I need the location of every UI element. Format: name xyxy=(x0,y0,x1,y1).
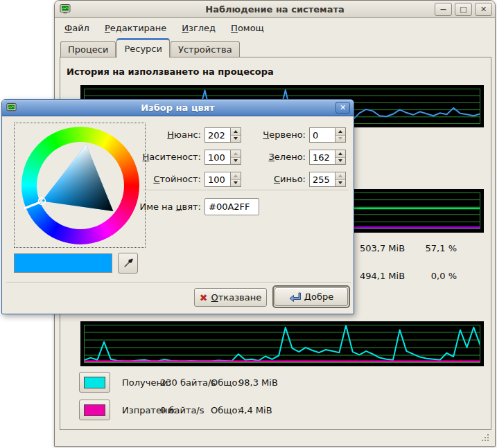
green-down-arrow[interactable] xyxy=(335,158,345,165)
received-total-label: Общо: xyxy=(211,377,241,388)
saturation-down-arrow[interactable] xyxy=(231,158,241,165)
red-label: Червено: xyxy=(252,129,306,140)
tab-processes[interactable]: Процеси xyxy=(60,41,116,57)
ok-button-focus-ring: Добре xyxy=(272,285,350,308)
green-spinbox xyxy=(309,150,346,165)
sent-color-button[interactable] xyxy=(79,400,110,420)
swap-percent: 0,0 % xyxy=(401,271,457,281)
memory-percent: 57,1 % xyxy=(401,243,457,253)
maximize-button[interactable]: □ xyxy=(455,3,472,16)
dialog-close-button[interactable]: ✕ xyxy=(335,102,350,114)
saturation-spinbox xyxy=(204,150,241,165)
button-separator xyxy=(6,282,351,283)
swap-amount: 494,1 MiB xyxy=(360,271,405,281)
sent-rate: 0 байта/s xyxy=(160,405,204,415)
hsv-triangle[interactable] xyxy=(15,123,146,248)
ok-return-arrow-icon xyxy=(289,292,301,302)
red-spinbox xyxy=(309,127,346,143)
hue-input[interactable] xyxy=(204,127,230,143)
dialog-titlebar[interactable]: Избор на цвят ✕ xyxy=(2,100,354,116)
green-label: Зелено: xyxy=(252,152,306,162)
menu-file[interactable]: Файл xyxy=(59,21,95,35)
main-titlebar[interactable]: Наблюдение на системата — □ ✕ xyxy=(55,1,495,18)
received-total: 98,3 MiB xyxy=(238,377,278,388)
menu-help[interactable]: Помощ xyxy=(225,21,270,35)
dialog-icon xyxy=(6,102,17,113)
color-name-label: Име на цвят: xyxy=(127,201,201,212)
hue-spinbox xyxy=(204,127,241,143)
fields-separator xyxy=(143,190,349,191)
sent-total: 4,4 MiB xyxy=(238,405,272,415)
received-rate: 230 байта/s xyxy=(160,377,216,388)
value-input[interactable] xyxy=(204,172,230,187)
blue-down-arrow[interactable] xyxy=(335,180,345,187)
value-up-arrow[interactable] xyxy=(231,172,241,180)
network-history-plot xyxy=(84,325,480,363)
blue-input[interactable] xyxy=(309,172,335,187)
tab-resources[interactable]: Ресурси xyxy=(116,38,170,57)
hue-up-arrow[interactable] xyxy=(231,128,241,136)
received-color-swatch xyxy=(84,377,105,388)
dialog-title: Избор на цвят xyxy=(2,102,354,113)
network-history-chart xyxy=(80,321,484,366)
tab-devices[interactable]: Устройства xyxy=(171,41,240,57)
dialog-close-icon: ✕ xyxy=(340,103,346,112)
blue-up-arrow[interactable] xyxy=(335,172,345,180)
cancel-button[interactable]: ✖ Отказване xyxy=(194,288,267,307)
hue-down-arrow[interactable] xyxy=(231,136,241,143)
saturation-label: Наситеност: xyxy=(141,152,201,162)
tab-bar: Процеси Ресурси Устройства xyxy=(60,39,241,57)
window-title: Наблюдение на системата xyxy=(55,4,495,15)
hue-label: Нюанс: xyxy=(141,129,201,140)
system-monitor-icon xyxy=(60,3,71,15)
saturation-input[interactable] xyxy=(204,150,230,165)
hue-marker[interactable] xyxy=(24,202,40,208)
cpu-history-heading: История на използването на процесора xyxy=(67,66,274,77)
color-picker-dialog: Избор на цвят ✕ xyxy=(1,99,354,314)
red-up-arrow[interactable] xyxy=(335,128,345,136)
maximize-icon: □ xyxy=(460,6,467,13)
green-input[interactable] xyxy=(309,150,335,165)
red-input[interactable] xyxy=(309,127,335,143)
cancel-icon: ✖ xyxy=(200,293,208,303)
eyedropper-icon xyxy=(123,258,134,269)
ok-button[interactable]: Добре xyxy=(274,287,348,306)
red-down-arrow[interactable] xyxy=(335,136,345,143)
current-color-swatch xyxy=(14,253,112,273)
blue-label: Синьо: xyxy=(252,174,306,184)
menu-edit[interactable]: Редактиране xyxy=(99,21,172,35)
blue-spinbox xyxy=(309,172,346,187)
value-down-arrow[interactable] xyxy=(231,180,241,187)
color-name-input[interactable] xyxy=(204,198,259,215)
green-up-arrow[interactable] xyxy=(335,150,345,158)
saturation-up-arrow[interactable] xyxy=(231,150,241,158)
received-color-button[interactable] xyxy=(79,372,110,393)
value-label: Стойност: xyxy=(141,174,201,184)
eyedropper-button[interactable] xyxy=(118,253,138,274)
memory-amount: 503,7 MiB xyxy=(360,243,405,253)
color-wheel-area xyxy=(14,123,146,248)
menu-view[interactable]: Изглед xyxy=(176,21,221,35)
status-bar xyxy=(55,430,494,446)
sent-color-swatch xyxy=(84,404,105,416)
minimize-button[interactable]: — xyxy=(435,3,452,16)
resize-grip[interactable] xyxy=(481,433,490,442)
close-icon: ✕ xyxy=(480,6,487,13)
sent-total-label: Общо: xyxy=(211,405,241,415)
close-button[interactable]: ✕ xyxy=(475,3,492,16)
value-spinbox xyxy=(204,172,241,187)
minimize-icon: — xyxy=(440,6,446,12)
menubar: Файл Редактиране Изглед Помощ xyxy=(59,19,270,36)
